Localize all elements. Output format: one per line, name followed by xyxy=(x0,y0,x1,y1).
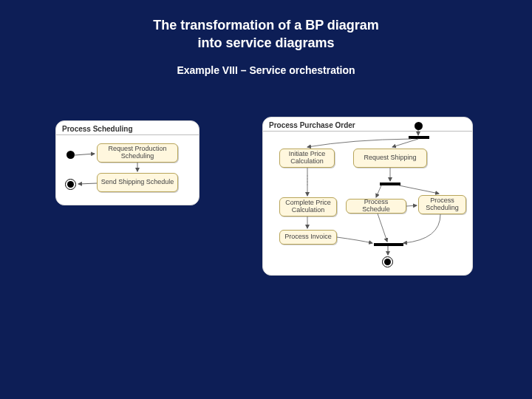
svg-line-12 xyxy=(378,214,387,242)
panel-process-purchase-order: Process Purchase Order Initiate Price Ca… xyxy=(262,117,473,276)
activity-node: Send Shipping Schedule xyxy=(97,173,178,192)
title-line-2: into service diagrams xyxy=(197,35,334,50)
page-title: The transformation of a BP diagram into … xyxy=(0,0,532,52)
activity-node: Complete Price Calculation xyxy=(279,197,337,216)
final-node-icon xyxy=(382,256,393,267)
node-label: Request Shipping xyxy=(364,154,416,161)
node-label: Send Shipping Schedule xyxy=(101,179,174,185)
node-label: Process Schedule xyxy=(349,199,403,213)
diagram-stage: Process Scheduling Request Production Sc… xyxy=(0,76,532,394)
activity-node: Request Production Scheduling xyxy=(97,143,178,163)
join-bar xyxy=(380,183,400,185)
svg-line-8 xyxy=(376,185,381,197)
svg-line-0 xyxy=(75,154,95,155)
title-line-1: The transformation of a BP diagram xyxy=(153,18,379,33)
node-label: Request Production Scheduling xyxy=(100,146,174,160)
activity-node: Process Invoice xyxy=(279,230,337,245)
activity-node: Request Shipping xyxy=(353,149,427,168)
page-subtitle: Example VIII – Service orchestration xyxy=(0,52,532,76)
activity-node: Process Schedule xyxy=(346,199,406,214)
activity-node: Initiate Price Calculation xyxy=(279,149,335,168)
panel-title: Process Scheduling xyxy=(56,121,199,134)
svg-line-4 xyxy=(392,139,418,147)
node-label: Process Scheduling xyxy=(422,197,463,211)
activity-node: Process Scheduling xyxy=(418,195,466,214)
initial-node-icon xyxy=(415,122,423,130)
panel-title: Process Purchase Order xyxy=(263,117,472,131)
node-label: Process Invoice xyxy=(284,233,332,240)
fork-bar xyxy=(409,136,429,139)
node-label: Initiate Price Calculation xyxy=(283,151,331,165)
panel-process-scheduling: Process Scheduling Request Production Sc… xyxy=(55,120,200,205)
initial-node-icon xyxy=(66,151,75,159)
node-label: Complete Price Calculation xyxy=(283,200,333,214)
divider xyxy=(263,131,472,132)
svg-line-10 xyxy=(406,205,417,206)
final-node-icon xyxy=(65,179,76,190)
divider xyxy=(56,134,199,135)
svg-line-9 xyxy=(399,185,439,194)
svg-line-2 xyxy=(78,183,97,184)
join-bar xyxy=(374,243,403,246)
